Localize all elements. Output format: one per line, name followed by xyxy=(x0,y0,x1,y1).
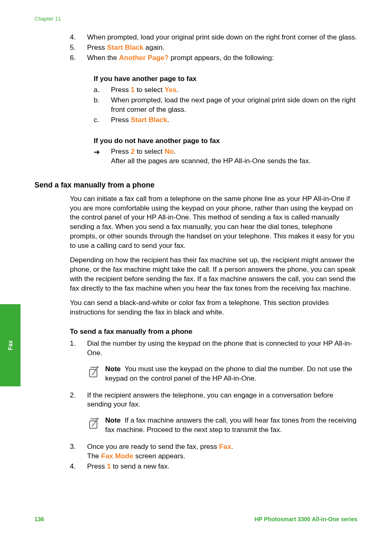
button-label: Fax xyxy=(219,443,231,451)
note-block: Note You must use the keypad on the phon… xyxy=(87,365,357,384)
substep-letter: c. xyxy=(94,116,111,125)
screen-label: Fax Mode xyxy=(101,452,133,460)
text: . xyxy=(231,443,233,451)
mstep-4: 4. Press 1 to send a new fax. xyxy=(35,462,357,471)
note-body: If a fax machine answers the call, you w… xyxy=(105,416,356,434)
step-body: Press 1 to send a new fax. xyxy=(87,462,357,471)
step-number: 6. xyxy=(70,53,87,63)
another-page-yes-block: If you have another page to fax a. Press… xyxy=(35,74,357,125)
step-4: 4. When prompted, load your original pri… xyxy=(35,33,357,42)
text: Press xyxy=(87,44,107,51)
note-block: Note If a fax machine answers the call, … xyxy=(87,416,357,435)
text: prompt appears, do the following: xyxy=(168,54,274,62)
text: Once you are ready to send the fax, pres… xyxy=(87,443,219,451)
side-tab: Fax xyxy=(0,304,21,386)
option-label: No xyxy=(164,148,174,155)
paragraph: Depending on how the recipient has their… xyxy=(35,256,357,293)
yes-substeps: a. Press 1 to select Yes. b. When prompt… xyxy=(94,85,357,125)
text: to select xyxy=(135,86,165,94)
paragraph: You can initiate a fax call from a telep… xyxy=(35,194,357,251)
key-label: 1 xyxy=(107,462,111,470)
mstep-1: 1. Dial the number by using the keypad o… xyxy=(35,339,357,390)
note-icon xyxy=(87,365,105,379)
press-line: Press 2 to select No. xyxy=(111,147,357,157)
substep-text: When prompted, load the next page of you… xyxy=(111,96,357,115)
text: . xyxy=(174,148,176,155)
page: Chapter 11 Fax 4. When prompted, load yo… xyxy=(0,0,392,543)
substep-letter: b. xyxy=(94,96,111,115)
key-label: 2 xyxy=(131,148,134,155)
procedure-heading: To send a fax manually from a phone xyxy=(35,327,357,337)
step-text: Press Start Black again. xyxy=(87,43,357,53)
text: to select xyxy=(135,148,165,155)
text: The xyxy=(87,452,101,460)
text: . xyxy=(177,86,179,94)
block-title: If you do not have another page to fax xyxy=(94,136,357,146)
prompt-label: Another Page? xyxy=(119,54,169,62)
step-body: If the recipient answers the telephone, … xyxy=(87,391,357,442)
line: Once you are ready to send the fax, pres… xyxy=(87,442,357,452)
option-label: Yes xyxy=(164,86,176,94)
step-number: 1. xyxy=(70,339,87,390)
step-6: 6. When the Another Page? prompt appears… xyxy=(35,53,357,63)
text: Press xyxy=(87,462,107,470)
substep-text: Press 1 to select Yes. xyxy=(111,85,357,95)
arrow-icon: ➔ xyxy=(94,147,111,157)
text: again. xyxy=(143,44,164,51)
product-name: HP Photosmart 3300 All-in-One series xyxy=(254,516,357,522)
key-label: 1 xyxy=(131,86,134,94)
no-substep: ➔ Press 2 to select No. After all the pa… xyxy=(94,147,357,166)
text: Press xyxy=(111,86,131,94)
no-substep-body: Press 2 to select No. After all the page… xyxy=(111,147,357,166)
section-heading: Send a fax manually from a phone xyxy=(35,180,357,190)
step-number: 4. xyxy=(70,462,87,471)
substep-text: Press Start Black. xyxy=(111,116,357,125)
button-label: Start Black xyxy=(107,44,143,51)
text: Dial the number by using the keypad on t… xyxy=(87,340,352,357)
text: If the recipient answers the telephone, … xyxy=(87,391,333,409)
step-body: Dial the number by using the keypad on t… xyxy=(87,339,357,390)
button-label: Start Black xyxy=(131,116,167,124)
step-text: When the Another Page? prompt appears, d… xyxy=(87,53,357,63)
text: Press xyxy=(111,148,131,155)
step-number: 5. xyxy=(70,43,87,53)
step-body: Once you are ready to send the fax, pres… xyxy=(87,442,357,461)
another-page-no-block: If you do not have another page to fax ➔… xyxy=(35,136,357,166)
step-number: 4. xyxy=(70,33,87,42)
block-title: If you have another page to fax xyxy=(94,74,357,84)
mstep-2: 2. If the recipient answers the telephon… xyxy=(35,391,357,442)
page-footer: 136 HP Photosmart 3300 All-in-One series xyxy=(35,516,357,522)
step-number: 3. xyxy=(70,442,87,461)
side-tab-label: Fax xyxy=(7,340,14,350)
substep-a: a. Press 1 to select Yes. xyxy=(94,85,357,95)
main-content: 4. When prompted, load your original pri… xyxy=(35,33,357,472)
page-number: 136 xyxy=(35,516,44,522)
substep-b: b. When prompted, load the next page of … xyxy=(94,96,357,115)
manual-fax-steps: 1. Dial the number by using the keypad o… xyxy=(35,339,357,471)
text: Press xyxy=(111,116,131,124)
paragraph: You can send a black-and-white or color … xyxy=(35,298,357,317)
note-icon xyxy=(87,416,105,430)
mstep-3: 3. Once you are ready to send the fax, p… xyxy=(35,442,357,461)
substep-letter: a. xyxy=(94,85,111,95)
note-body: You must use the keypad on the phone to … xyxy=(105,365,352,382)
note-label: Note xyxy=(105,365,121,373)
continued-steps: 4. When prompted, load your original pri… xyxy=(35,33,357,63)
text: When the xyxy=(87,54,119,62)
text: . xyxy=(167,116,169,124)
text: to send a new fax. xyxy=(111,462,170,470)
chapter-header: Chapter 11 xyxy=(35,16,61,22)
after-line: After all the pages are scanned, the HP … xyxy=(111,157,357,166)
note-label: Note xyxy=(105,416,121,424)
note-text: Note You must use the keypad on the phon… xyxy=(105,365,357,384)
step-number: 2. xyxy=(70,391,87,442)
line: The Fax Mode screen appears. xyxy=(87,452,357,461)
step-text: When prompted, load your original print … xyxy=(87,33,357,42)
note-text: Note If a fax machine answers the call, … xyxy=(105,416,357,435)
substep-c: c. Press Start Black. xyxy=(94,116,357,125)
text: screen appears. xyxy=(133,452,185,460)
step-5: 5. Press Start Black again. xyxy=(35,43,357,53)
